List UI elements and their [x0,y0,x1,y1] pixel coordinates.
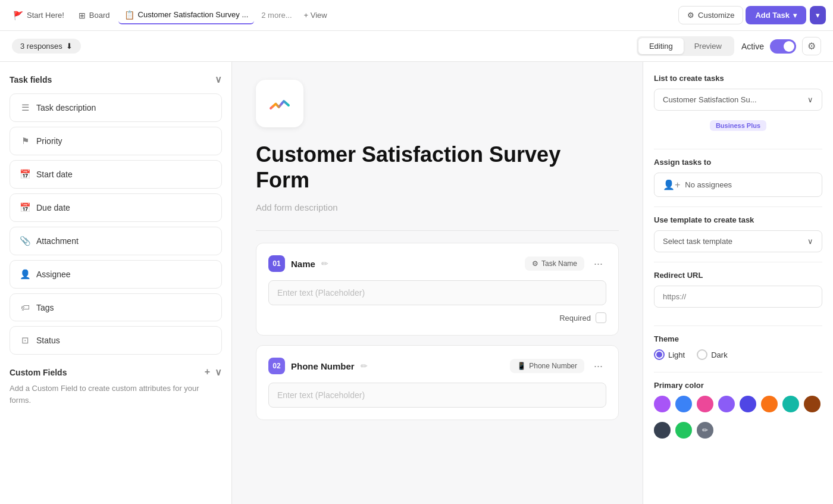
field-more-button-name[interactable]: ··· [590,256,606,271]
color-indigo[interactable] [740,396,756,412]
primary-color-label: Primary color [654,381,822,390]
field-phone-label: Phone Number [291,361,355,371]
field-priority[interactable]: ⚑ Priority [10,127,222,155]
color-pencil[interactable]: ✏ [697,422,713,439]
assignee-icon: 👤 [20,269,30,280]
right-panel: List to create tasks Customer Satisfacti… [643,62,833,504]
assign-tasks-label: Assign tasks to [654,158,822,167]
color-purple[interactable] [654,396,671,412]
attachment-icon: 📎 [20,236,30,246]
color-dark-gray[interactable] [654,422,671,439]
assign-tasks-row[interactable]: 👤+ No assignees [654,173,822,197]
nav-tab-start[interactable]: 🚩 Start Here! [7,7,70,24]
theme-light[interactable]: Light [654,349,685,360]
field-start-date[interactable]: 📅 Start date [10,160,222,189]
form-description[interactable]: Add form description [256,202,619,212]
template-select-value: Select task template [663,237,732,246]
nav-add-view[interactable]: + View [299,7,332,23]
color-blue[interactable] [675,396,692,412]
nav-tab-start-label: Start Here! [27,11,64,20]
priority-label: Priority [36,136,62,146]
due-date-label: Due date [36,203,70,212]
priority-icon: ⚑ [20,136,30,146]
form-logo [256,80,303,127]
nav-tab-board[interactable]: ⊞ Board [73,7,116,24]
field-assignee[interactable]: 👤 Assignee [10,260,222,289]
form-divider [256,230,619,231]
field-task-description[interactable]: ☰ Task description [10,93,222,122]
form-field-name: 01 Name ✏ ⚙ Task Name ··· Enter text (Pl… [256,243,619,336]
theme-dark[interactable]: Dark [697,349,727,360]
task-fields-chevron[interactable]: ∨ [215,74,222,85]
field-due-date[interactable]: 📅 Due date [10,193,222,222]
add-view-label: + View [304,11,327,20]
color-violet[interactable] [718,396,735,412]
color-brown[interactable] [804,396,821,412]
assignee-label: Assignee [36,270,71,279]
list-select[interactable]: Customer Satisfaction Su... ∨ [654,89,822,111]
responses-badge[interactable]: 3 responses ⬇ [12,39,81,54]
task-fields-label: Task fields [10,75,52,84]
field-type-badge-phone[interactable]: 📱 Phone Number [510,359,584,373]
list-select-chevron: ∨ [807,95,813,104]
phone-icon: 📱 [517,362,526,370]
gear-icon: ⚙ [687,11,694,20]
active-toggle[interactable] [770,39,796,54]
required-checkbox-name[interactable] [596,312,606,323]
status-label: Status [36,336,60,345]
custom-fields-chevron[interactable]: ∨ [215,367,222,378]
form-field-phone: 02 Phone Number ✏ 📱 Phone Number ··· Ent… [256,345,619,420]
color-pink[interactable] [697,396,713,412]
redirect-url-input[interactable] [654,286,822,308]
field-phone-input[interactable]: Enter text (Placeholder) [268,383,606,408]
theme-row: Light Dark [654,349,822,360]
board-icon: ⊞ [79,11,86,20]
custom-fields-hint: Add a Custom Field to create custom attr… [10,383,222,406]
add-task-arrow[interactable]: ▾ [810,6,826,24]
add-task-button[interactable]: Add Task ▾ [746,6,806,24]
template-select[interactable]: Select task template ∨ [654,230,822,252]
field-type-badge-name[interactable]: ⚙ Task Name [525,256,584,271]
start-icon: 🚩 [13,11,23,20]
settings-button[interactable]: ⚙ [802,37,821,55]
form-title: Customer Satisfaction Survey Form [256,142,619,193]
customize-button[interactable]: ⚙ Customize [678,6,743,24]
download-icon[interactable]: ⬇ [66,42,73,51]
theme-dark-label: Dark [711,350,727,359]
list-create-label: List to create tasks [654,74,822,83]
main-content: Customer Satisfaction Survey Form Add fo… [232,62,643,504]
nav-more[interactable]: 2 more... [256,7,296,23]
top-nav: 🚩 Start Here! ⊞ Board 📋 Customer Satisfa… [0,0,833,31]
task-description-label: Task description [36,103,96,112]
field-required-row: Required [268,312,606,323]
preview-toggle[interactable]: Preview [684,38,732,54]
responses-count: 3 responses [20,42,62,51]
editing-toggle[interactable]: Editing [638,38,684,54]
field-name-header: 01 Name ✏ ⚙ Task Name ··· [268,255,606,272]
field-phone-edit-icon[interactable]: ✏ [361,361,368,371]
field-more-button-phone[interactable]: ··· [590,359,606,374]
template-select-chevron: ∨ [807,237,813,246]
task-fields-header: Task fields ∨ [10,74,222,85]
color-orange[interactable] [761,396,778,412]
field-name-input[interactable]: Enter text (Placeholder) [268,280,606,305]
field-status[interactable]: ⊡ Status [10,326,222,355]
use-template-label: Use template to create task [654,215,822,224]
divider-3 [654,262,822,262]
field-attachment[interactable]: 📎 Attachment [10,227,222,255]
nav-tab-survey[interactable]: 📋 Customer Satisfaction Survey ... [118,7,255,24]
color-green[interactable] [675,422,692,439]
main-layout: Task fields ∨ ☰ Task description ⚑ Prior… [0,62,833,504]
business-plus-badge: Business Plus [710,120,766,131]
required-label: Required [559,314,591,323]
tags-icon: 🏷 [20,302,30,312]
no-assignees-label: No assignees [685,180,732,189]
add-custom-field-icon[interactable]: + [205,367,210,378]
task-description-icon: ☰ [20,102,30,113]
radio-light-outer [654,349,665,360]
field-name-edit-icon[interactable]: ✏ [321,259,328,268]
field-tags[interactable]: 🏷 Tags [10,293,222,321]
custom-fields-header: Custom Fields + ∨ [10,367,222,378]
person-add-icon: 👤+ [663,179,680,190]
color-teal[interactable] [782,396,799,412]
